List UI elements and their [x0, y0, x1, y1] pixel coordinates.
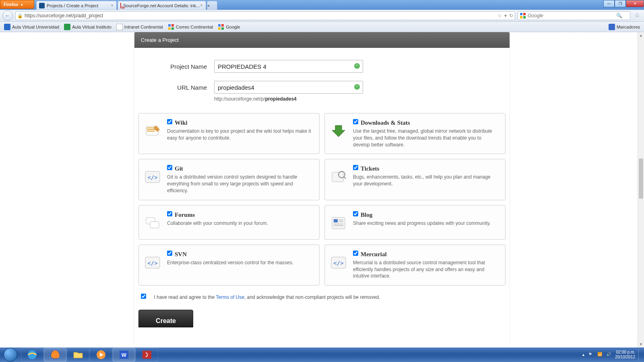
back-button[interactable]: ← [2, 10, 13, 21]
dropdown-icon[interactable]: ▾ [504, 13, 507, 19]
scroll-thumb[interactable] [639, 158, 643, 199]
google-icon [520, 12, 526, 19]
git-checkbox[interactable] [167, 165, 172, 170]
search-input[interactable] [528, 13, 616, 19]
scroll-down-icon[interactable]: ▼ [638, 341, 644, 348]
code-icon: </> [330, 254, 347, 272]
ie-icon [27, 349, 38, 360]
url-name-label: URL Name [155, 84, 207, 91]
downloads-checkbox[interactable] [353, 119, 358, 124]
system-tray: ▲ ⚑ 📶 🔊 02:00 p.m. 20/10/2012 [582, 349, 644, 361]
svg-rect-6 [168, 27, 171, 30]
window-titlebar: Firefox Projects / Create a Project × So… [0, 0, 644, 10]
minimize-button[interactable]: — [603, 0, 615, 7]
bookmark-item[interactable]: Google [215, 23, 242, 31]
url-name-input[interactable] [214, 81, 363, 94]
firefox-icon [50, 349, 61, 360]
project-name-input[interactable] [214, 60, 363, 73]
bookmarks-toolbar: Aula Virtual Universidad Aula Virtual In… [0, 22, 644, 32]
close-tab-icon[interactable]: × [199, 3, 204, 8]
project-name-label: Project Name [155, 63, 207, 70]
svg-rect-5 [171, 24, 174, 27]
close-tab-icon[interactable]: × [109, 3, 115, 8]
taskbar-mediaplayer[interactable] [90, 348, 112, 362]
reload-icon[interactable]: ↻ [509, 13, 513, 19]
vertical-scrollbar[interactable]: ▲ ▼ [638, 32, 644, 348]
terms-row: I have read and agree to the Terms of Us… [134, 286, 510, 300]
mercurial-checkbox[interactable] [353, 251, 358, 256]
close-window-button[interactable]: ✕ [626, 0, 644, 7]
page-viewport: Create a Project Project Name URL Name h… [0, 32, 644, 348]
bookmark-item[interactable]: Aula Virtual Instituto [62, 23, 114, 31]
forums-checkbox[interactable] [167, 211, 172, 216]
download-icon [330, 122, 347, 140]
network-icon[interactable]: 📶 [597, 352, 603, 358]
tab-0[interactable]: Projects / Create a Project × [36, 1, 117, 10]
tab-title: SourceForge.net Account Details: ink... [123, 1, 200, 10]
clock[interactable]: 02:00 p.m. 20/10/2012 [615, 350, 635, 360]
feature-wiki: Wiki Documentation is key to your projec… [138, 113, 320, 154]
bookmarks-menu-button[interactable]: Marcadores [606, 23, 642, 31]
url-name-row: URL Name [155, 81, 489, 94]
url-bar[interactable]: 🔒 https://sourceforge.net/p/add_project … [15, 11, 515, 20]
svg-rect-4 [168, 24, 171, 27]
search-go-icon[interactable]: 🔍 [616, 13, 622, 19]
google-icon [168, 24, 174, 30]
svg-rect-21 [334, 219, 338, 222]
svg-rect-0 [520, 13, 522, 15]
svg-rect-10 [218, 27, 221, 30]
blog-icon [330, 214, 347, 232]
blog-checkbox[interactable] [353, 211, 358, 216]
taskbar-ie[interactable] [21, 348, 43, 362]
feature-svn: </> SVN Enterprise-class centralized ver… [138, 245, 320, 286]
bookmark-icon [64, 24, 70, 30]
project-name-row: Project Name [155, 60, 489, 73]
taskbar-acrobat[interactable] [136, 348, 158, 362]
tray-up-icon[interactable]: ▲ [582, 353, 585, 357]
bookmark-item[interactable]: Aula Virtual Universidad [2, 23, 62, 31]
svn-checkbox[interactable] [167, 251, 172, 256]
bookmark-star-icon[interactable]: ☆ [497, 13, 502, 19]
scroll-up-icon[interactable]: ▲ [638, 32, 644, 39]
feature-blog: Blog Share exciting news and progress up… [324, 205, 506, 240]
feature-desc: Mercurial is a distributed source contro… [353, 259, 500, 280]
create-button[interactable]: Create [138, 310, 193, 327]
svg-line-17 [344, 177, 346, 179]
feature-forums: Forums Collaborate with your community i… [138, 205, 320, 240]
svg-rect-2 [520, 16, 522, 19]
volume-icon[interactable]: 🔊 [606, 352, 612, 358]
taskbar-word[interactable]: W [113, 348, 135, 362]
taskbar-explorer[interactable] [67, 348, 89, 362]
svg-rect-15 [332, 172, 343, 182]
url-preview: http://sourceforge.net/p/propiedades4 [214, 96, 489, 102]
tickets-checkbox[interactable] [353, 165, 358, 170]
firefox-menu-button[interactable]: Firefox [0, 0, 34, 9]
bookmark-item[interactable]: Intranet Continental [114, 23, 165, 31]
gmail-icon [120, 3, 121, 8]
terms-link[interactable]: Terms of Use [216, 294, 244, 300]
maximize-button[interactable]: ❐ [615, 0, 626, 7]
tab-1[interactable]: SourceForge.net Account Details: ink... … [118, 1, 206, 10]
wiki-checkbox[interactable] [167, 119, 172, 124]
bookmark-icon [4, 24, 10, 30]
home-button[interactable]: ⌂ [633, 11, 642, 20]
feature-git: </> Git Git is a distributed version con… [138, 159, 320, 200]
bookmark-item[interactable]: Correo Continental [165, 23, 215, 31]
feature-desc: Enterprise-class centralized version con… [167, 259, 314, 266]
svg-text:</>: </> [333, 260, 343, 266]
google-icon [218, 24, 224, 30]
windows-taskbar: W ▲ ⚑ 📶 🔊 02:00 p.m. 20/10/2012 [0, 348, 644, 362]
svg-text:</>: </> [147, 260, 157, 266]
svg-text:</>: </> [147, 174, 157, 181]
svg-rect-11 [221, 27, 224, 30]
terms-checkbox[interactable] [141, 294, 146, 299]
pdf-icon [141, 349, 153, 360]
show-desktop-button[interactable] [638, 349, 642, 361]
feature-desc: Collaborate with your community in your … [167, 220, 314, 227]
flag-icon[interactable]: ⚑ [588, 352, 594, 358]
taskbar-firefox[interactable] [44, 348, 66, 362]
start-button[interactable] [0, 348, 21, 362]
new-tab-button[interactable]: + [207, 1, 217, 10]
valid-check-icon [354, 84, 360, 90]
search-bar[interactable]: 🔍 [518, 11, 630, 20]
